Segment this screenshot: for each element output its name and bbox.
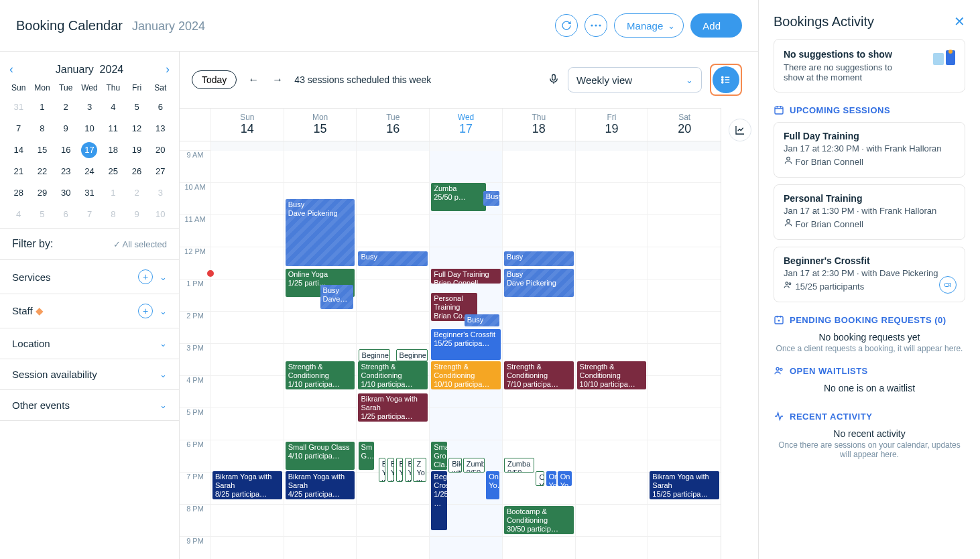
day-column[interactable]: Strength & Conditioning10/10 participa… [575, 141, 648, 559]
calendar-event[interactable]: Small Gro… Cla… [431, 442, 447, 470]
next-week-button[interactable]: → [270, 74, 285, 86]
calendar-event[interactable]: B Yo w… [396, 458, 403, 482]
filter-row[interactable]: Session availability⌄ [0, 359, 179, 390]
mini-day[interactable]: 4 [101, 99, 125, 115]
calendar-event[interactable]: Beg Crossfit1/25 … [431, 471, 447, 530]
calendar-event[interactable]: Zumba0/50 [463, 458, 485, 473]
calendar-event[interactable]: BusyDave Pickering [286, 199, 355, 266]
calendar-event[interactable]: Strength & Conditioning1/10 participa… [286, 361, 355, 389]
calendar-event[interactable]: Busy [358, 251, 428, 266]
mini-day[interactable]: 23 [54, 164, 78, 180]
calendar-event[interactable]: Bikram Yoga with Sarah1/25 participa… [358, 393, 428, 422]
day-column[interactable]: BusyDave PickeringOnline Yoga1/25 parti…… [284, 141, 357, 559]
calendar-event[interactable]: Beginne… [396, 349, 428, 361]
mini-day[interactable]: 7 [7, 121, 30, 137]
calendar-event[interactable]: Beginner's Crossfit15/25 participa… [431, 329, 501, 360]
mini-day[interactable]: 18 [101, 142, 125, 158]
mini-day[interactable]: 5 [30, 206, 54, 223]
mini-day[interactable]: 1 [30, 99, 54, 115]
calendar-event[interactable]: Bootcamp & Conditioning30/50 particip… [504, 506, 574, 534]
calendar-event[interactable]: Zumba25/50 p… [431, 183, 486, 211]
mini-day[interactable]: 31 [7, 99, 30, 115]
mini-day[interactable]: 22 [30, 164, 54, 180]
calendar-event[interactable]: Bikram Yoga with Sarah15/25 participa… [650, 471, 719, 499]
close-panel-button[interactable]: ✕ [954, 13, 965, 29]
upcoming-session[interactable]: Beginner's CrossfitJan 17 at 2:30 PM · w… [774, 247, 965, 302]
calendar-event[interactable]: Strength & Conditioning7/10 participa… [504, 361, 574, 389]
refresh-button[interactable] [555, 14, 578, 37]
calendar-event[interactable]: On Yo… [486, 471, 499, 499]
mini-day[interactable]: 13 [149, 121, 172, 137]
mini-day[interactable]: 3 [149, 185, 172, 201]
mini-day[interactable]: 9 [54, 121, 78, 137]
calendar-event[interactable]: B Yo w… [405, 458, 412, 482]
mini-day[interactable]: 24 [78, 164, 101, 180]
mini-day[interactable]: 10 [149, 206, 172, 223]
view-selector[interactable]: Weekly view ⌄ [568, 67, 702, 92]
calendar-event[interactable]: Beginne… [359, 349, 390, 361]
mini-day[interactable]: 28 [7, 185, 30, 201]
calendar-event[interactable]: On Yo…17/2… [536, 471, 544, 486]
manage-button[interactable]: Manage ⌄ [614, 13, 684, 38]
prev-week-button[interactable]: ← [246, 74, 261, 86]
calendar-event[interactable]: B Yo w… [387, 458, 394, 482]
calendar-event[interactable]: Busy [465, 314, 499, 326]
calendar-event[interactable]: Strength & Conditioning1/10 participa… [358, 361, 428, 389]
voice-icon[interactable] [548, 73, 560, 87]
calendar-event[interactable]: Busy [504, 251, 574, 266]
day-header[interactable]: Thu18 [502, 109, 575, 141]
day-header[interactable]: Fri19 [575, 109, 648, 141]
day-header[interactable]: Sun14 [210, 109, 284, 141]
calendar-event[interactable]: Bikram Yoga with Sarah4/25 participa… [286, 471, 355, 499]
mini-day[interactable]: 2 [54, 99, 78, 115]
upcoming-session[interactable]: Personal TrainingJan 17 at 1:30 PM · wit… [774, 184, 965, 240]
mini-day[interactable]: 9 [125, 206, 148, 223]
mini-day[interactable]: 8 [101, 206, 125, 223]
mini-day[interactable]: 30 [54, 185, 78, 201]
mini-day[interactable]: 3 [78, 99, 101, 115]
calendar-event[interactable]: B Yo w… [379, 458, 385, 482]
mini-day[interactable]: 19 [125, 142, 148, 158]
mini-day[interactable]: 17 [81, 142, 97, 158]
calendar-event[interactable]: BusyDave Pickering [504, 269, 574, 297]
calendar-event[interactable]: BusyDave… [320, 285, 354, 309]
filter-row[interactable]: Staff ◆+⌄ [0, 294, 179, 328]
mini-day[interactable]: 11 [101, 121, 125, 137]
add-filter-button[interactable]: + [138, 304, 153, 318]
calendar-event[interactable]: Strength & Conditioning10/10 participa… [431, 361, 501, 389]
list-view-button[interactable] [713, 66, 739, 93]
calendar-event[interactable]: Z Yo w… [413, 458, 426, 482]
chart-icon[interactable] [729, 119, 751, 141]
mini-day[interactable]: 20 [149, 142, 172, 158]
more-button[interactable] [585, 14, 607, 37]
day-header[interactable]: Tue16 [356, 109, 429, 141]
filter-row[interactable]: Services+⌄ [0, 260, 179, 294]
calendar-event[interactable]: On Yo… [558, 471, 572, 486]
calendar-event[interactable]: On Yo… [546, 471, 556, 486]
day-column[interactable]: BusyBeginne…Beginne…Strength & Condition… [356, 141, 429, 559]
add-button[interactable]: Add ⌄ [690, 13, 742, 38]
mini-day[interactable]: 6 [149, 99, 172, 115]
calendar-event[interactable]: Bikram Yoga with Sarah8/25 participa… [212, 471, 282, 499]
add-filter-button[interactable]: + [138, 269, 153, 284]
calendar-event[interactable]: Bik… with [448, 458, 461, 473]
mini-day[interactable]: 7 [78, 206, 101, 223]
day-header[interactable]: Mon15 [284, 109, 357, 141]
mini-day[interactable]: 1 [101, 185, 125, 201]
mini-day[interactable]: 15 [30, 142, 54, 158]
upcoming-session[interactable]: Full Day TrainingJan 17 at 12:30 PM · wi… [774, 122, 965, 178]
mini-day[interactable]: 10 [78, 121, 101, 137]
mini-day[interactable]: 12 [125, 121, 148, 137]
day-column[interactable]: Bikram Yoga with Sarah15/25 participa… [648, 141, 721, 559]
day-column[interactable]: Zumba25/50 p…BusyFull Day TrainingBrian … [429, 141, 502, 559]
calendar-event[interactable]: Busy [483, 191, 499, 206]
filter-row[interactable]: Location⌄ [0, 328, 179, 359]
mini-day[interactable]: 26 [125, 164, 148, 180]
mini-day[interactable]: 2 [125, 185, 148, 201]
prev-month-button[interactable]: ‹ [9, 62, 13, 76]
calendar-event[interactable]: Strength & Conditioning10/10 participa… [577, 361, 647, 389]
mini-day[interactable]: 21 [7, 164, 30, 180]
mini-day[interactable]: 31 [78, 185, 101, 201]
calendar-event[interactable]: Full Day TrainingBrian Connell [431, 269, 501, 284]
mini-day[interactable]: 8 [30, 121, 54, 137]
